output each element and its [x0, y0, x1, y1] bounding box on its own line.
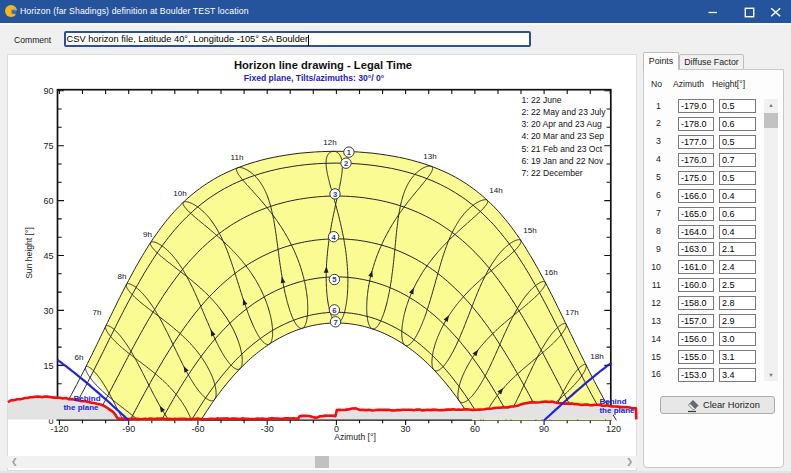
svg-text:90: 90 — [43, 86, 53, 96]
svg-text:2: 22 May and 23 July: 2: 22 May and 23 July — [522, 107, 607, 117]
svg-text:60: 60 — [470, 424, 480, 434]
svg-text:4: 20 Mar and 23 Sep: 4: 20 Mar and 23 Sep — [522, 131, 605, 141]
svg-text:6h: 6h — [75, 353, 84, 362]
svg-text:15h: 15h — [523, 226, 536, 235]
svg-text:6: 19 Jan and 22 Nov: 6: 19 Jan and 22 Nov — [522, 156, 604, 166]
svg-text:5: 21 Feb and 23 Oct: 5: 21 Feb and 23 Oct — [522, 144, 603, 154]
svg-text:1: 22 June: 1: 22 June — [522, 95, 562, 105]
svg-text:7: 22 December: 7: 22 December — [522, 168, 583, 178]
svg-text:3: 20 Apr and 23 Aug: 3: 20 Apr and 23 Aug — [522, 119, 602, 129]
svg-text:the plane: the plane — [599, 406, 635, 415]
svg-text:60: 60 — [43, 196, 53, 206]
svg-text:the plane: the plane — [63, 403, 99, 412]
svg-text:12h: 12h — [323, 138, 336, 147]
svg-text:18h: 18h — [590, 352, 603, 361]
svg-text:30: 30 — [43, 306, 53, 316]
svg-text:6: 6 — [332, 306, 336, 315]
svg-text:90: 90 — [539, 424, 549, 434]
svg-text:10h: 10h — [173, 189, 186, 198]
svg-text:75: 75 — [43, 141, 53, 151]
svg-text:Azimuth [°]: Azimuth [°] — [334, 432, 376, 442]
svg-text:7: 7 — [333, 318, 337, 327]
svg-text:17h: 17h — [565, 308, 578, 317]
svg-text:Sun height [°]: Sun height [°] — [24, 227, 34, 279]
svg-text:Horizon line drawing - Legal T: Horizon line drawing - Legal Time — [234, 59, 412, 71]
svg-text:-120: -120 — [50, 424, 68, 434]
svg-text:45: 45 — [43, 251, 53, 261]
svg-text:7h: 7h — [93, 308, 102, 317]
svg-text:16h: 16h — [544, 268, 557, 277]
svg-text:Behind: Behind — [73, 394, 100, 403]
svg-text:-30: -30 — [261, 424, 274, 434]
svg-text:-90: -90 — [122, 424, 135, 434]
svg-text:13h: 13h — [423, 152, 436, 161]
svg-text:11h: 11h — [231, 153, 244, 162]
svg-text:120: 120 — [606, 424, 621, 434]
svg-text:8h: 8h — [118, 272, 127, 281]
svg-text:15: 15 — [43, 361, 53, 371]
svg-text:Fixed plane, Tilts/azimuths: 3: Fixed plane, Tilts/azimuths: 30°/ 0° — [244, 73, 385, 83]
svg-text:9h: 9h — [143, 230, 152, 239]
svg-text:30: 30 — [401, 424, 411, 434]
svg-text:2: 2 — [344, 159, 348, 168]
svg-text:3: 3 — [333, 190, 337, 199]
svg-text:-60: -60 — [191, 424, 204, 434]
svg-text:14h: 14h — [489, 186, 502, 195]
svg-text:Behind: Behind — [599, 397, 626, 406]
